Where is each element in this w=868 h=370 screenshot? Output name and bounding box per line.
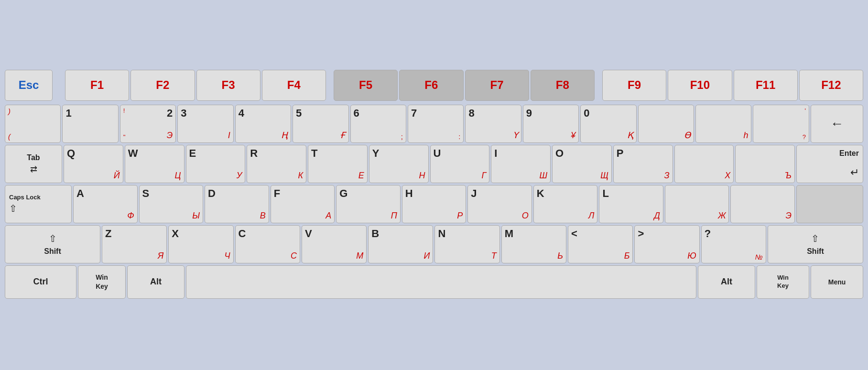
key-h-main: H — [405, 187, 413, 221]
key-semicolon[interactable]: Ж — [665, 185, 729, 223]
key-f[interactable]: F А — [271, 185, 335, 223]
key-win-left[interactable]: WinKey — [78, 265, 126, 299]
key-r[interactable]: R К — [247, 145, 306, 183]
key-slash-sub: № — [755, 253, 763, 261]
key-equals[interactable]: h — [695, 105, 751, 143]
key-f6[interactable]: F6 — [399, 70, 463, 101]
key-s[interactable]: S Ы — [139, 185, 204, 223]
key-rbracket[interactable]: Ъ — [735, 145, 795, 183]
key-u[interactable]: U Г — [430, 145, 490, 183]
key-k[interactable]: K Л — [533, 185, 598, 223]
key-7[interactable]: 7 : — [408, 105, 464, 143]
key-t-sub: Е — [358, 171, 364, 181]
key-menu[interactable]: Menu — [811, 265, 863, 299]
key-m[interactable]: M Ь — [501, 225, 566, 263]
key-n[interactable]: N Т — [434, 225, 499, 263]
key-v[interactable]: V М — [302, 225, 367, 263]
key-f1-label: F1 — [90, 78, 104, 92]
key-grave[interactable]: ) ( — [5, 105, 61, 143]
key-b[interactable]: B И — [368, 225, 433, 263]
key-w[interactable]: W Ц — [125, 145, 184, 183]
key-y[interactable]: Y Н — [369, 145, 429, 183]
key-f3[interactable]: F3 — [196, 70, 260, 101]
win-right-label: WinKey — [777, 274, 789, 290]
key-capslock[interactable]: Caps Lock ⇧ — [5, 185, 72, 223]
key-slash[interactable]: ? № — [701, 225, 766, 263]
key-j-sub: О — [522, 211, 529, 221]
key-j-main: J — [471, 187, 477, 221]
key-esc[interactable]: Esc — [5, 70, 53, 101]
key-backslash[interactable]: ' ? — [753, 105, 809, 143]
key-t[interactable]: T Е — [308, 145, 368, 183]
key-enter[interactable]: Enter ↵ — [796, 145, 863, 183]
key-f1[interactable]: F1 — [65, 70, 129, 101]
key-backspace[interactable]: ← — [811, 105, 863, 143]
key-d[interactable]: D В — [205, 185, 269, 223]
key-0[interactable]: 0 Қ — [580, 105, 636, 143]
function-row: Esc F1 F2 F3 F4 F5 F6 F7 F8 F9 — [5, 70, 863, 101]
key-d-sub: В — [260, 211, 266, 221]
key-period[interactable]: > Ю — [634, 225, 699, 263]
tab-arrows-icon: ⇄ — [30, 164, 37, 174]
key-f11[interactable]: F11 — [734, 70, 798, 101]
key-z[interactable]: Z Я — [102, 225, 167, 263]
key-l[interactable]: L Д — [599, 185, 663, 223]
key-f12[interactable]: F12 — [799, 70, 863, 101]
key-quote[interactable]: Э — [730, 185, 795, 223]
key-minus[interactable]: Ө — [638, 105, 694, 143]
key-1[interactable]: 1 — [62, 105, 118, 143]
key-c[interactable]: C С — [235, 225, 300, 263]
key-f10[interactable]: F10 — [668, 70, 732, 101]
key-o-main: O — [555, 147, 564, 181]
key-9[interactable]: 9 ¥ — [523, 105, 579, 143]
key-f-sub: А — [326, 211, 331, 221]
key-period-main: > — [638, 228, 644, 261]
key-f9[interactable]: F9 — [602, 70, 666, 101]
key-h[interactable]: H Р — [402, 185, 467, 223]
key-comma[interactable]: < Б — [568, 225, 633, 263]
key-3[interactable]: 3 І — [177, 105, 233, 143]
key-o[interactable]: O Щ — [552, 145, 612, 183]
number-row: ) ( 1 ! " 2 Э — [5, 105, 863, 143]
key-6[interactable]: 6 ; — [350, 105, 406, 143]
key-2[interactable]: ! " 2 Э — [120, 105, 176, 143]
key-y-sub: Н — [419, 171, 425, 181]
tab-row: Tab ⇄ Q Й W Ц E У R К — [5, 145, 863, 183]
key-i[interactable]: I Ш — [491, 145, 551, 183]
key-f5[interactable]: F5 — [334, 70, 398, 101]
key-6-sub: ; — [401, 132, 403, 141]
key-h-sub: Р — [457, 211, 463, 221]
key-f7[interactable]: F7 — [465, 70, 529, 101]
key-alt-left[interactable]: Alt — [127, 265, 184, 299]
key-q-main: Q — [67, 147, 75, 181]
key-9-main: 9 — [526, 107, 532, 120]
key-q[interactable]: Q Й — [64, 145, 123, 183]
key-x[interactable]: X Ч — [168, 225, 233, 263]
key-0-sub: Қ — [627, 130, 633, 141]
key-win-right[interactable]: WinKey — [757, 265, 809, 299]
key-l-sub: Д — [654, 211, 660, 221]
key-u-main: U — [434, 147, 441, 181]
key-e[interactable]: E У — [186, 145, 246, 183]
key-f8[interactable]: F8 — [531, 70, 595, 101]
key-8[interactable]: 8 Ү — [465, 105, 521, 143]
key-f2[interactable]: F2 — [130, 70, 195, 101]
key-shift-right[interactable]: ⇧ Shift — [768, 225, 863, 263]
key-4[interactable]: 4 Ң — [235, 105, 291, 143]
key-a[interactable]: A Ф — [73, 185, 138, 223]
key-g[interactable]: G П — [336, 185, 401, 223]
key-s-main: S — [142, 187, 150, 221]
key-o-sub: Щ — [600, 171, 608, 181]
key-y-main: Y — [372, 147, 380, 181]
key-space[interactable] — [186, 265, 696, 299]
key-p[interactable]: P З — [613, 145, 673, 183]
key-f4[interactable]: F4 — [262, 70, 326, 101]
key-j[interactable]: J О — [467, 185, 532, 223]
key-alt-right[interactable]: Alt — [698, 265, 755, 299]
key-ctrl-left[interactable]: Ctrl — [5, 265, 76, 299]
key-lbracket[interactable]: Х — [674, 145, 734, 183]
key-5[interactable]: 5 Ғ — [293, 105, 348, 143]
key-f10-label: F10 — [690, 78, 710, 92]
key-tab[interactable]: Tab ⇄ — [5, 145, 62, 183]
key-shift-left[interactable]: ⇧ Shift — [5, 225, 100, 263]
